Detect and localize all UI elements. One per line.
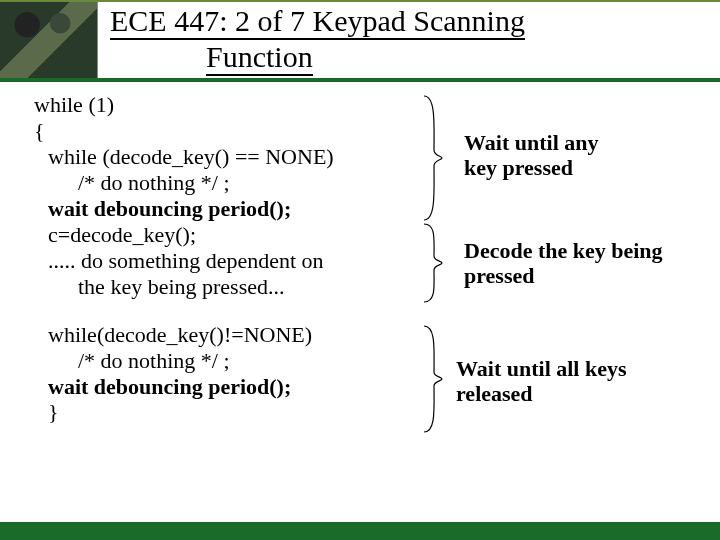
code-line: wait debouncing period(); xyxy=(34,374,434,400)
code-line: } xyxy=(34,399,434,425)
code-line: ..... do something dependent on xyxy=(34,248,434,274)
slide-header: ECE 447: 2 of 7 Keypad Scanning Function xyxy=(0,0,720,82)
code-line: { xyxy=(34,118,434,144)
code-line: while (1) xyxy=(34,92,434,118)
annotation-line: key pressed xyxy=(464,155,598,180)
code-line: /* do nothing */ ; xyxy=(34,348,434,374)
title-container: ECE 447: 2 of 7 Keypad Scanning Function xyxy=(110,4,710,76)
slide-body: while (1) { while (decode_key() == NONE)… xyxy=(0,92,720,522)
decorative-chip-image xyxy=(0,2,98,78)
code-block: while (1) { while (decode_key() == NONE)… xyxy=(34,92,434,425)
footer-accent-bar xyxy=(0,522,720,540)
slide-title-line2: Function xyxy=(206,40,313,76)
slide-title-line1: ECE 447: 2 of 7 Keypad Scanning xyxy=(110,4,525,40)
code-line: wait debouncing period(); xyxy=(34,196,434,222)
annotation-line: pressed xyxy=(464,263,663,288)
code-line: c=decode_key(); xyxy=(34,222,434,248)
header-top-rule xyxy=(0,0,720,2)
annotation-decode: Decode the key being pressed xyxy=(464,238,663,289)
code-line: /* do nothing */ ; xyxy=(34,170,434,196)
annotation-wait-press: Wait until any key pressed xyxy=(464,130,598,181)
annotation-line: Wait until any xyxy=(464,130,598,155)
annotation-wait-release: Wait until all keys released xyxy=(456,356,627,407)
annotation-line: Wait until all keys xyxy=(456,356,627,381)
annotation-line: Decode the key being xyxy=(464,238,663,263)
code-line: while(decode_key()!=NONE) xyxy=(34,322,434,348)
code-line: the key being pressed... xyxy=(34,274,434,300)
annotation-line: released xyxy=(456,381,627,406)
code-line: while (decode_key() == NONE) xyxy=(34,144,434,170)
